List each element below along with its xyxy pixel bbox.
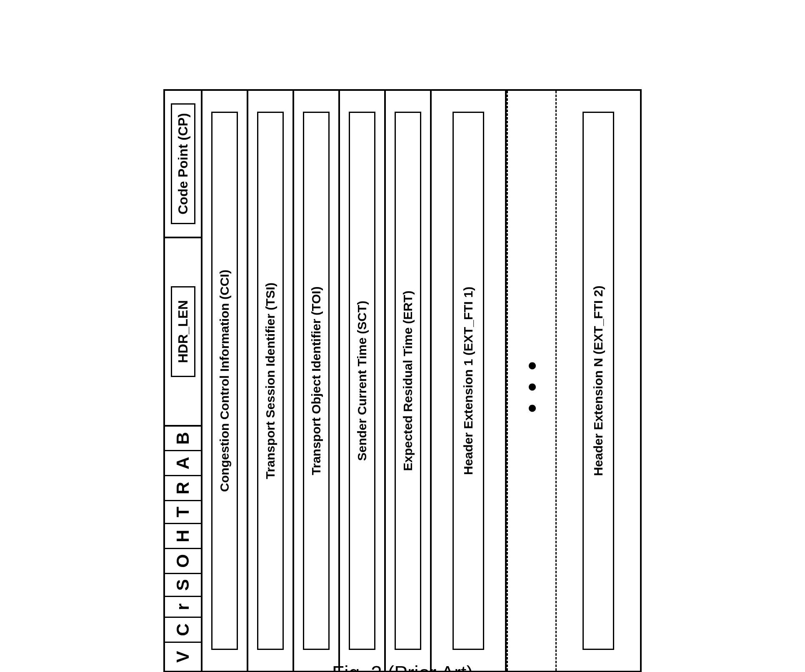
- flag-c: C: [165, 617, 201, 642]
- flag-s: S: [165, 573, 201, 596]
- header-flags-row: V C r S O H T R A B HDR_LEN Code Point (…: [165, 91, 202, 671]
- flag-t: T: [165, 500, 201, 523]
- ellipsis-row: •••: [507, 91, 557, 671]
- flag-o: O: [165, 548, 201, 573]
- sct-field: Sender Current Time (SCT): [349, 112, 375, 650]
- toi-row: Transport Object Identifier (TOI): [294, 91, 340, 671]
- extn-field: Header Extension N (EXT_FTI 2): [582, 112, 614, 650]
- flag-b: B: [165, 425, 201, 450]
- ext1-field: Header Extension 1 (EXT_FTI 1): [452, 112, 484, 650]
- flag-h: H: [165, 523, 201, 548]
- sct-row: Sender Current Time (SCT): [340, 91, 386, 671]
- cci-field: Congestion Control Information (CCI): [211, 112, 238, 650]
- flag-r: r: [165, 596, 201, 617]
- toi-field: Transport Object Identifier (TOI): [303, 112, 330, 650]
- flag-a: A: [165, 450, 201, 475]
- flag-v: V: [165, 642, 201, 671]
- packet-structure: V C r S O H T R A B HDR_LEN Code Point (…: [163, 89, 642, 672]
- tsi-row: Transport Session Identifier (TSI): [248, 91, 294, 671]
- tsi-field: Transport Session Identifier (TSI): [257, 112, 284, 650]
- hdr-len-container: HDR_LEN: [165, 237, 201, 425]
- cci-row: Congestion Control Information (CCI): [202, 91, 248, 671]
- ert-row: Expected Residual Time (ERT): [386, 91, 432, 671]
- ert-field: Expected Residual Time (ERT): [395, 112, 421, 650]
- code-point-container: Code Point (CP): [165, 91, 201, 237]
- hdr-len-field: HDR_LEN: [171, 286, 195, 377]
- extn-row: Header Extension N (EXT_FTI 2): [557, 91, 640, 671]
- code-point-field: Code Point (CP): [171, 103, 195, 224]
- ext1-row: Header Extension 1 (EXT_FTI 1): [432, 91, 507, 671]
- flag-r2: R: [165, 475, 201, 500]
- diagram-container: V C r S O H T R A B HDR_LEN Code Point (…: [163, 89, 642, 672]
